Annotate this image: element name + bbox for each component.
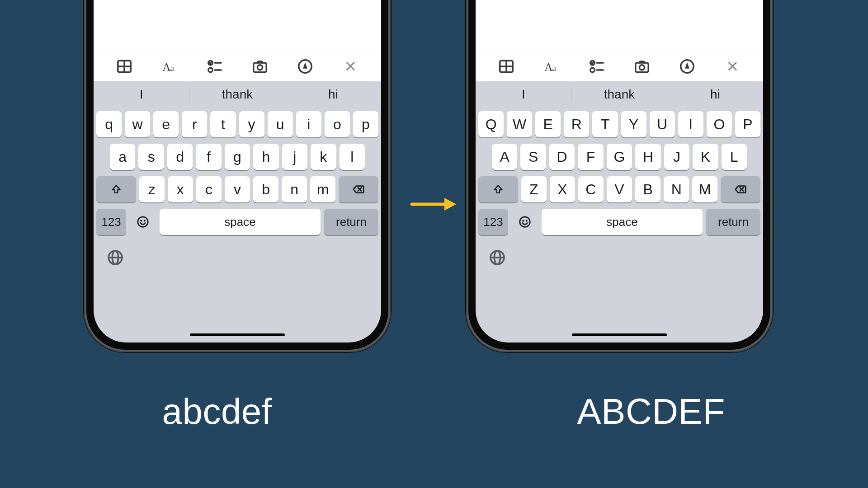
- predictive-suggestion[interactable]: thank: [189, 81, 285, 108]
- key-f[interactable]: F: [578, 144, 603, 170]
- key-l[interactable]: L: [722, 144, 747, 170]
- key-b[interactable]: B: [635, 176, 660, 202]
- close-icon[interactable]: ✕: [340, 56, 361, 77]
- key-y[interactable]: y: [239, 111, 264, 137]
- key-w[interactable]: W: [507, 111, 532, 137]
- close-icon[interactable]: ✕: [722, 56, 743, 77]
- key-x[interactable]: X: [550, 176, 575, 202]
- predictive-suggestion[interactable]: hi: [667, 81, 763, 108]
- shift-key[interactable]: [478, 176, 518, 202]
- key-a[interactable]: a: [110, 144, 135, 170]
- phone-frame: Aa ✕ I thank hi: [466, 0, 773, 352]
- key-t[interactable]: t: [210, 111, 236, 137]
- table-icon[interactable]: [496, 56, 517, 77]
- key-u[interactable]: U: [650, 111, 675, 137]
- phone-uppercase: Aa ✕ I thank hi: [466, 0, 773, 352]
- key-b[interactable]: b: [253, 176, 278, 202]
- key-u[interactable]: u: [268, 111, 293, 137]
- predictive-suggestion[interactable]: I: [94, 81, 189, 108]
- phone-screen: Aa ✕ I thank hi: [94, 0, 381, 343]
- key-a[interactable]: A: [492, 144, 517, 170]
- key-o[interactable]: o: [325, 111, 350, 137]
- key-h[interactable]: H: [635, 144, 660, 170]
- key-j[interactable]: J: [664, 144, 689, 170]
- predictive-suggestion[interactable]: hi: [285, 81, 381, 108]
- backspace-key[interactable]: [721, 176, 760, 202]
- key-y[interactable]: Y: [621, 111, 646, 137]
- svg-point-15: [141, 221, 142, 221]
- key-w[interactable]: w: [125, 111, 150, 137]
- emoji-key[interactable]: [130, 209, 156, 235]
- return-key[interactable]: return: [324, 209, 378, 235]
- return-key[interactable]: return: [706, 209, 760, 235]
- key-i[interactable]: I: [678, 111, 703, 137]
- key-i[interactable]: i: [296, 111, 321, 137]
- key-z[interactable]: Z: [521, 176, 547, 202]
- key-p[interactable]: p: [353, 111, 378, 137]
- key-h[interactable]: h: [253, 144, 278, 170]
- text-format-icon[interactable]: Aa: [541, 56, 562, 77]
- comparison-stage: Aa ✕ I thank hi: [0, 0, 868, 488]
- svg-point-16: [144, 221, 145, 221]
- globe-icon[interactable]: [488, 249, 506, 267]
- key-r[interactable]: R: [564, 111, 589, 137]
- predictive-suggestion[interactable]: thank: [571, 81, 667, 108]
- backspace-key[interactable]: [339, 176, 378, 202]
- svg-point-37: [526, 221, 527, 221]
- key-x[interactable]: x: [168, 176, 193, 202]
- space-key[interactable]: space: [542, 209, 703, 235]
- home-indicator[interactable]: [572, 333, 667, 336]
- key-c[interactable]: C: [578, 176, 604, 202]
- app-content-area: [94, 0, 381, 51]
- key-g[interactable]: G: [607, 144, 632, 170]
- key-d[interactable]: D: [549, 144, 575, 170]
- notes-toolbar: Aa ✕: [476, 51, 763, 81]
- key-j[interactable]: j: [282, 144, 307, 170]
- predictive-bar: I thank hi: [476, 81, 763, 108]
- checklist-icon[interactable]: [586, 56, 607, 77]
- key-v[interactable]: v: [225, 176, 250, 202]
- camera-icon[interactable]: [250, 56, 270, 77]
- key-e[interactable]: e: [153, 111, 179, 137]
- key-k[interactable]: K: [693, 144, 718, 170]
- key-s[interactable]: S: [520, 144, 546, 170]
- phone-screen: Aa ✕ I thank hi: [476, 0, 763, 343]
- shift-key[interactable]: [96, 176, 136, 202]
- key-q[interactable]: q: [96, 111, 122, 137]
- svg-point-14: [138, 217, 148, 227]
- globe-icon[interactable]: [106, 249, 124, 267]
- markup-icon[interactable]: [295, 56, 316, 77]
- key-m[interactable]: m: [310, 176, 335, 202]
- camera-icon[interactable]: [632, 56, 652, 77]
- key-l[interactable]: l: [340, 144, 365, 170]
- key-r[interactable]: r: [182, 111, 207, 137]
- software-keyboard: Q W E R T Y U I O P A S D: [476, 108, 763, 239]
- emoji-key[interactable]: [512, 209, 538, 235]
- key-t[interactable]: T: [592, 111, 618, 137]
- key-k[interactable]: k: [311, 144, 336, 170]
- key-g[interactable]: g: [225, 144, 250, 170]
- key-m[interactable]: M: [692, 176, 717, 202]
- key-e[interactable]: E: [535, 111, 561, 137]
- predictive-suggestion[interactable]: I: [476, 81, 571, 108]
- key-f[interactable]: f: [196, 144, 221, 170]
- home-indicator[interactable]: [190, 333, 285, 336]
- numbers-key[interactable]: 123: [478, 209, 508, 235]
- table-icon[interactable]: [114, 56, 135, 77]
- markup-icon[interactable]: [677, 56, 698, 77]
- key-p[interactable]: P: [735, 111, 760, 137]
- key-d[interactable]: d: [167, 144, 193, 170]
- key-n[interactable]: n: [282, 176, 307, 202]
- numbers-key[interactable]: 123: [96, 209, 126, 235]
- text-format-icon[interactable]: Aa: [159, 56, 180, 77]
- key-o[interactable]: O: [707, 111, 732, 137]
- key-s[interactable]: s: [138, 144, 164, 170]
- space-key[interactable]: space: [160, 209, 321, 235]
- key-z[interactable]: z: [139, 176, 165, 202]
- key-c[interactable]: c: [196, 176, 222, 202]
- key-n[interactable]: N: [664, 176, 689, 202]
- key-q[interactable]: Q: [478, 111, 504, 137]
- svg-point-7: [208, 68, 213, 72]
- key-v[interactable]: V: [607, 176, 632, 202]
- checklist-icon[interactable]: [204, 56, 225, 77]
